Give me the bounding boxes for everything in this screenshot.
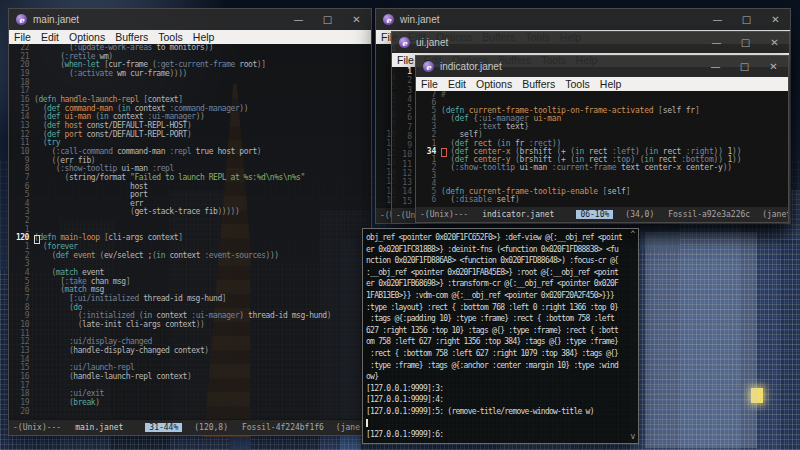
minimize-button[interactable]: — <box>701 56 730 77</box>
maximize-button[interactable]: □ <box>732 9 761 30</box>
line-number: 3 <box>9 260 34 269</box>
line-number: 6 <box>9 286 34 295</box>
window-main-janet: e main.janet — □ ✕ FileEditOptionsBuffer… <box>8 8 372 436</box>
cursor-position: (120,8) <box>194 423 228 432</box>
maximize-button[interactable]: □ <box>313 9 342 30</box>
titlebar[interactable]: e win.janet — □ ✕ <box>376 9 790 30</box>
close-button[interactable]: ✕ <box>759 56 788 77</box>
line-number: 5 <box>9 191 34 200</box>
minimize-button[interactable]: — <box>702 32 731 53</box>
line-number: 5 <box>416 188 441 196</box>
code-line: 19 (:activate wm cur-frame)))) <box>9 70 371 79</box>
scrollbar-down-icon[interactable]: v <box>629 433 637 441</box>
menu-item-edit[interactable]: Edit <box>443 78 471 90</box>
maximize-button[interactable]: □ <box>730 56 759 77</box>
line-number: 6 <box>392 113 417 122</box>
line-number: 2 <box>9 217 34 226</box>
console-line: [127.0.0.1:9999]:6: <box>366 429 628 441</box>
frame-indicator-overlay <box>645 232 757 448</box>
menu-item-options[interactable]: Options <box>471 78 517 90</box>
line-number: 1 <box>9 243 34 252</box>
menu-item-file[interactable]: File <box>416 78 443 90</box>
scrollbar-up-icon[interactable]: ^ <box>629 231 637 239</box>
emacs-icon: e <box>399 37 410 48</box>
line-number: 20 <box>9 408 34 417</box>
buffer-name: main.janet <box>75 423 123 432</box>
console-line: om 758 :left 627 :right 1356 :top 384} :… <box>366 336 628 348</box>
line-number: 7 <box>9 295 34 304</box>
menu-item-buffers[interactable]: Buffers <box>110 31 153 43</box>
close-button[interactable]: ✕ <box>342 9 371 30</box>
editor-buffer[interactable]: 7#6 5(defn current-frame-tooltip-on-fram… <box>416 91 788 206</box>
menubar: FileEditOptionsBuffersToolsHelp <box>416 77 788 91</box>
line-number: 4 <box>416 115 441 123</box>
line-number: 9 <box>9 157 34 166</box>
menu-item-options[interactable]: Options <box>64 31 110 43</box>
emacs-icon: e <box>423 61 434 72</box>
menu-item-tools[interactable]: Tools <box>153 31 188 43</box>
window-title: main.janet <box>33 14 79 25</box>
menu-item-buffers[interactable]: Buffers <box>517 78 560 90</box>
code-line: 2 <box>9 217 371 226</box>
console-output[interactable]: obj_ref <pointer 0x020F1FC652F0>} :def-v… <box>366 232 628 441</box>
mode-line: -(Unix)--- main.janet 31-44% (120,8) Fos… <box>9 419 371 435</box>
console-line: 627 :right 1356 :top 10} :tags @{} :type… <box>366 325 628 337</box>
line-number: 120 <box>9 234 34 243</box>
menu-item-edit[interactable]: Edit <box>36 31 64 43</box>
maximize-button[interactable]: □ <box>731 32 760 53</box>
code-line: 7# <box>416 91 788 99</box>
console-line: [127.0.0.1:9999]:3: <box>366 383 628 395</box>
repl-console-window[interactable]: obj_ref <pointer 0x020F1FC652F0>} :def-v… <box>362 228 639 444</box>
line-number: 10 <box>9 148 34 157</box>
titlebar[interactable]: e main.janet — □ ✕ <box>9 9 371 30</box>
menubar: FileEditOptionsBuffersToolsHelp <box>9 30 371 44</box>
vcs-branch: Fossil-4f224bf1f6 <box>242 423 324 432</box>
major-mode: (jane <box>336 423 360 432</box>
line-number: 12 <box>392 169 417 178</box>
line-number: 11 <box>392 160 417 169</box>
minimize-button[interactable]: — <box>703 9 732 30</box>
menu-item-help[interactable]: Help <box>188 31 220 43</box>
console-line: er 0x020F1FB68698>} :transform-cr @{:__o… <box>366 278 628 290</box>
line-number: 5 <box>416 107 441 115</box>
line-number: 34 <box>416 148 441 156</box>
line-number: 8 <box>9 304 34 313</box>
window-indicator-janet: e indicator.janet — □ ✕ FileEditOptionsB… <box>415 55 789 223</box>
buffer-name: indicator.janet <box>482 210 554 219</box>
line-number: 6 <box>416 196 441 204</box>
menu-item-file[interactable]: File <box>9 31 36 43</box>
line-number: 7 <box>416 91 441 99</box>
console-cursor <box>366 419 368 427</box>
line-number: 7 <box>9 174 34 183</box>
window-title: indicator.janet <box>440 61 502 72</box>
buffer-percent: 06-10% <box>576 210 613 219</box>
close-button[interactable]: ✕ <box>760 32 789 53</box>
line-number: 15 <box>392 197 417 206</box>
mode-line: -(Unix)--- indicator.janet 06-10% (34,0)… <box>416 206 788 222</box>
menu-item-tools[interactable]: Tools <box>560 78 595 90</box>
cursor-position: (34,0) <box>625 210 654 219</box>
titlebar[interactable]: e indicator.janet — □ ✕ <box>416 56 788 77</box>
minimize-button[interactable]: — <box>284 9 313 30</box>
titlebar[interactable]: e ui.janet — □ ✕ <box>392 32 789 53</box>
console-line: :__obj_ref <pointer 0x020F1FAB45E8>} :ro… <box>366 267 628 279</box>
emacs-icon: e <box>16 14 27 25</box>
line-number: 14 <box>392 187 417 196</box>
line-number: 4 <box>9 269 34 278</box>
line-number: 4 <box>9 200 34 209</box>
menu-item-help[interactable]: Help <box>595 78 627 90</box>
code-line: 2 (:show-tooltip ui-man :current-frame t… <box>416 164 788 172</box>
close-button[interactable]: ✕ <box>761 9 790 30</box>
code-line: 2 (def event (ev/select ;(in context :ev… <box>9 252 371 261</box>
line-number: 3 <box>416 172 441 180</box>
major-mode: (janet <box>762 210 788 219</box>
console-line: :tags @{:padding 10} :type :frame} :rect… <box>366 313 628 325</box>
console-line: [127.0.0.1:9999]:5: (remove-title/remove… <box>366 406 628 418</box>
line-number: 8 <box>9 165 34 174</box>
window-title: win.janet <box>400 14 439 25</box>
line-number: 10 <box>392 150 417 159</box>
console-line: er 0x020F1FC818B8>} :deinit-fns (<functi… <box>366 244 628 256</box>
console-line <box>366 418 628 430</box>
console-line: :type :frame} :tags @{:anchor :center :m… <box>366 360 628 372</box>
editor-buffer[interactable]: 22 (:update-work-areas to monitors))21 (… <box>9 44 371 419</box>
